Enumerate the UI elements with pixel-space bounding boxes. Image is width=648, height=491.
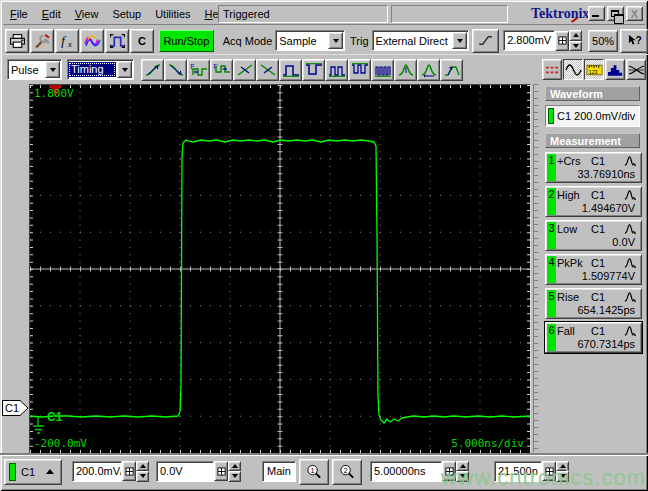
dropdown-arrow-icon[interactable]: [452, 32, 467, 49]
channel-select-button[interactable]: C1: [4, 459, 62, 485]
measurement-cell-crs[interactable]: 1+CrsC133.76910ns: [545, 152, 642, 183]
svg-text:123: 123: [588, 68, 597, 74]
panel-splitter[interactable]: [533, 84, 542, 452]
step-up-button[interactable]: [136, 461, 149, 472]
magnifier-2-icon: 2: [339, 464, 355, 480]
menu-file[interactable]: File: [3, 6, 35, 22]
step-up-button[interactable]: [569, 30, 582, 41]
peak-alt-icon[interactable]: [417, 59, 440, 81]
peak-icon[interactable]: [394, 59, 417, 81]
step-down-button[interactable]: [136, 471, 149, 482]
measurement-cell-rise[interactable]: 5RiseC1654.1425ps: [545, 288, 642, 319]
zoom1-button[interactable]: 1: [299, 459, 329, 485]
minimize-button[interactable]: [588, 6, 605, 21]
eye-diagram-icon[interactable]: [626, 59, 646, 80]
run-stop-button[interactable]: Run/Stop: [159, 30, 214, 52]
measurement-color-bar: 4: [547, 256, 556, 283]
step-up-button[interactable]: [456, 461, 469, 472]
waveform-view-icon[interactable]: [563, 59, 583, 80]
pos-width-icon[interactable]: F: [187, 59, 210, 81]
pos-duty-icon[interactable]: [325, 59, 348, 81]
zoom2-button[interactable]: 2: [332, 459, 362, 485]
preset-icon[interactable]: [122, 461, 136, 481]
measurement-cell-fall[interactable]: 6FallC1670.7314ps: [545, 322, 642, 353]
trigger-level-spinner[interactable]: 2.800mV: [503, 30, 582, 52]
vertical-position-value[interactable]: 0.0V: [156, 461, 214, 482]
set-level-50-button[interactable]: 50%: [588, 30, 618, 52]
measurement-name: High: [557, 189, 591, 201]
measurement-cell-pkpk[interactable]: 4PkPkC11.509774V: [545, 254, 642, 285]
neg-cross-icon[interactable]: [256, 59, 279, 81]
dropdown-arrow-icon[interactable]: [328, 32, 343, 49]
cursors-icon[interactable]: [542, 59, 562, 80]
volts-per-div-value[interactable]: 200.0mV/: [72, 461, 122, 482]
dropdown-arrow-icon[interactable]: [45, 61, 60, 78]
menu-setup[interactable]: Setup: [105, 6, 148, 22]
measurement-view-icon[interactable]: 123: [584, 59, 604, 80]
clear-button[interactable]: C: [130, 29, 154, 53]
preset-icon[interactable]: [542, 461, 556, 481]
measurement-value: 670.7314ps: [557, 338, 639, 352]
histogram-view-icon[interactable]: [605, 59, 625, 80]
measurement-value: 33.76910ns: [557, 168, 639, 182]
volts-per-div-spinner[interactable]: 200.0mV/: [72, 460, 149, 482]
trigger-slope-button[interactable]: [472, 29, 499, 53]
preset-icon[interactable]: [555, 31, 569, 51]
measurement-color-bar: 1: [547, 154, 556, 181]
step-down-button[interactable]: [456, 471, 469, 482]
rise-time-icon[interactable]: [141, 59, 164, 81]
preset-icon[interactable]: [442, 461, 456, 481]
channel-color-bar: [548, 108, 554, 124]
svg-text:C1: C1: [5, 402, 19, 414]
time-per-div-value[interactable]: 5.00000ns: [370, 461, 442, 482]
measurement-cell-low[interactable]: 3LowC10.0V: [545, 220, 642, 251]
menu-edit[interactable]: Edit: [35, 6, 68, 22]
dropdown-arrow-icon[interactable]: [117, 61, 132, 78]
restore-button[interactable]: [607, 6, 624, 21]
fall-time-icon[interactable]: [164, 59, 187, 81]
vertical-position-spinner[interactable]: 0.0V: [156, 460, 241, 482]
measurement-index: 1: [547, 154, 556, 166]
measurement-content: +CrsC133.76910ns: [557, 154, 639, 182]
step-down-button[interactable]: [556, 471, 569, 482]
burst-width-icon[interactable]: [371, 59, 394, 81]
slew-rate-icon[interactable]: [440, 59, 463, 81]
minimize-icon: [592, 15, 599, 17]
trigger-level-value[interactable]: 2.800mV: [503, 30, 555, 51]
meas-subcategory-select[interactable]: Timing: [67, 59, 134, 80]
preset-icon[interactable]: [214, 461, 228, 481]
neg-duty-icon[interactable]: [348, 59, 371, 81]
view-icon-group: 123: [541, 59, 646, 80]
pulse-select-icon[interactable]: [105, 29, 129, 53]
neg-pulse-icon[interactable]: [302, 59, 325, 81]
neg-width-icon[interactable]: F: [210, 59, 233, 81]
pos-pulse-icon[interactable]: [279, 59, 302, 81]
rising-slope-icon: [477, 34, 494, 47]
waveform-source-item[interactable]: C1 200.0mV/div: [545, 105, 640, 127]
step-up-button[interactable]: [556, 461, 569, 472]
menu-view[interactable]: View: [68, 6, 106, 22]
channel-marker[interactable]: C1: [2, 400, 29, 416]
record-length-value[interactable]: 21.500n: [494, 461, 542, 482]
time-per-div-spinner[interactable]: 5.00000ns: [370, 460, 469, 482]
measurement-cell-high[interactable]: 2HighC11.494670V: [545, 186, 642, 217]
record-length-spinner[interactable]: 21.500n: [494, 460, 569, 482]
context-help-button[interactable]: ?: [620, 29, 648, 53]
config-icon[interactable]: [30, 29, 54, 53]
step-down-button[interactable]: [228, 471, 241, 482]
print-icon[interactable]: [5, 29, 29, 53]
control-panel: Waveform C1 200.0mV/div Measurement 1+Cr…: [545, 84, 648, 452]
pos-cross-icon[interactable]: [233, 59, 256, 81]
waveform-color-icon[interactable]: [80, 29, 104, 53]
close-button[interactable]: X: [626, 6, 643, 21]
svg-text:2: 2: [343, 466, 347, 475]
meas-category-select[interactable]: Pulse: [7, 59, 62, 80]
channel-color-bar: [9, 463, 16, 481]
acq-mode-select[interactable]: Sample: [275, 30, 345, 51]
menu-utilities[interactable]: Utilities: [148, 6, 197, 22]
math-fx-icon[interactable]: fx: [55, 29, 79, 53]
step-up-button[interactable]: [228, 461, 241, 472]
step-down-button[interactable]: [569, 41, 582, 52]
trigger-type-select[interactable]: External Direct: [372, 30, 470, 51]
measurement-name: PkPk: [557, 257, 591, 269]
